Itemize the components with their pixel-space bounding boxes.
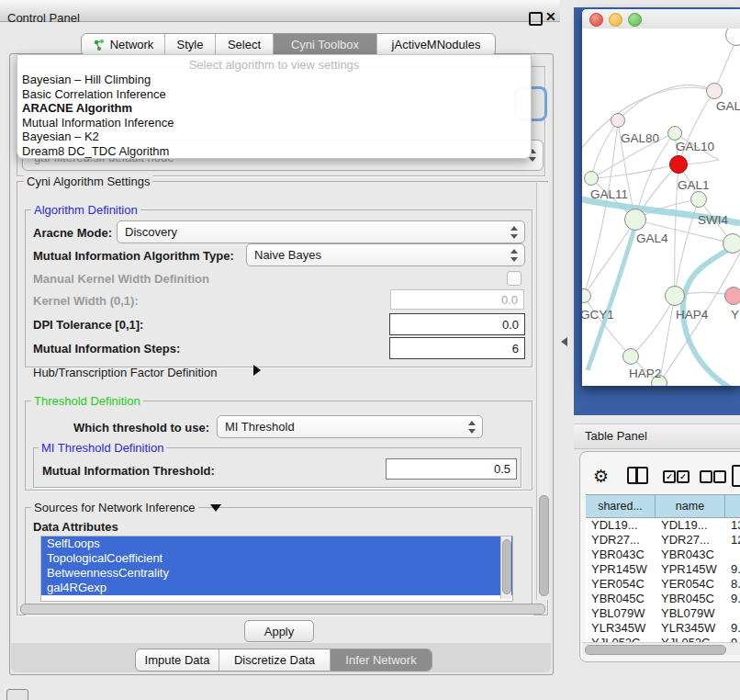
data-attribute-item[interactable]: SelfLoops: [41, 536, 512, 551]
float-window-icon[interactable]: [529, 12, 543, 26]
data-attributes-label: Data Attributes: [33, 520, 118, 534]
zoom-button[interactable]: [628, 13, 642, 27]
table-row[interactable]: YDR27...YDR27...12: [586, 533, 740, 548]
select-all-icon[interactable]: ✓: [677, 470, 690, 483]
close-panel-icon[interactable]: ✕: [545, 9, 556, 24]
stepper-icon: [468, 421, 476, 434]
network-node[interactable]: [611, 113, 625, 128]
algorithm-placeholder-option: Select algorithm to view settings: [17, 55, 531, 73]
tab-impute-data[interactable]: Impute Data: [136, 649, 219, 671]
tab-infer-network[interactable]: Infer Network: [330, 649, 432, 671]
list-scrollbar-thumb[interactable]: [502, 539, 511, 594]
algorithm-option[interactable]: Mutual Information Inference: [17, 116, 531, 130]
algorithm-option[interactable]: Bayesian – Hill Climbing: [17, 73, 531, 87]
network-node[interactable]: [624, 209, 646, 231]
table-cell: YDL19...: [656, 518, 725, 533]
aracne-mode-select[interactable]: Discovery: [117, 220, 525, 243]
algorithm-option[interactable]: Bayesian – K2: [17, 130, 531, 144]
table-row[interactable]: YBR045CYBR045C9.: [586, 592, 740, 606]
bottom-tabs: Impute Data Discretize Data Infer Networ…: [135, 649, 432, 672]
node-label: GAL10: [676, 140, 714, 153]
mi-algorithm-type-select[interactable]: Naive Bayes: [246, 243, 525, 266]
node-label: HAP4: [676, 308, 708, 322]
network-window-titlebar[interactable]: [582, 9, 740, 29]
network-node[interactable]: [723, 233, 740, 254]
settings-hscrollbar[interactable]: [18, 602, 549, 615]
which-threshold-select[interactable]: MI Threshold: [217, 415, 483, 438]
tab-style[interactable]: Style: [164, 34, 215, 55]
data-attribute-item[interactable]: gal4RGexp: [41, 581, 512, 595]
list-scrollbar[interactable]: [500, 536, 511, 599]
table-row[interactable]: YDL19...YDL19...13: [586, 518, 740, 533]
network-node[interactable]: [706, 83, 723, 99]
settings-group-title: Cyni Algorithm Settings: [24, 175, 152, 188]
table-row[interactable]: YER054CYER054C8.: [586, 577, 740, 592]
split-columns-icon[interactable]: [627, 467, 648, 484]
tab-select[interactable]: Select: [215, 34, 273, 55]
table-cell: YBR043C: [586, 548, 656, 562]
column-header[interactable]: name: [656, 494, 725, 518]
minimized-panel-button[interactable]: [6, 689, 28, 700]
data-attribute-item[interactable]: TopologicalCoefficient: [41, 551, 512, 566]
kernel-width-field[interactable]: 0.0: [390, 289, 524, 310]
manual-kernel-checkbox[interactable]: [507, 271, 521, 286]
table-cell: YER054C: [656, 577, 725, 592]
table-cell: YDR27...: [656, 533, 725, 548]
deselect-all-icon[interactable]: [700, 470, 712, 483]
data-attribute-item[interactable]: BetweennessCentrality: [41, 566, 512, 581]
mi-threshold-field[interactable]: 0.5: [386, 458, 517, 480]
expand-right-icon[interactable]: [253, 365, 261, 376]
minimize-button[interactable]: [609, 13, 622, 27]
table-row[interactable]: YBR043CYBR043C: [586, 548, 740, 562]
table-row[interactable]: YLR345WYLR345W9.: [586, 621, 740, 636]
table-row[interactable]: YJL052CYJL052C9: [586, 636, 740, 642]
aracne-mode-label: Aracne Mode:: [33, 226, 112, 240]
network-node[interactable]: [584, 171, 599, 186]
network-node[interactable]: [622, 348, 639, 365]
column-header[interactable]: shared...: [586, 494, 656, 518]
network-node[interactable]: [669, 155, 688, 174]
stepper-icon: [510, 226, 518, 239]
aracne-mode-value: Discovery: [125, 225, 177, 239]
select-all-icon[interactable]: ✓: [663, 470, 676, 483]
tab-cyni-toolbox[interactable]: Cyni Toolbox: [273, 34, 376, 55]
node-label: GCY1: [582, 308, 614, 322]
splitter-collapse-icon[interactable]: [561, 337, 567, 346]
deselect-all-icon[interactable]: [713, 470, 726, 483]
network-node[interactable]: [665, 286, 685, 306]
table-row[interactable]: YPR145WYPR145W9.: [586, 562, 740, 577]
algorithm-option[interactable]: ARACNE Algorithm: [17, 101, 531, 116]
table-hscrollbar[interactable]: [582, 642, 740, 655]
algorithm-option[interactable]: Dream8 DC_TDC Algorithm: [17, 144, 531, 159]
node-label: GAL80: [621, 131, 659, 145]
network-node[interactable]: [724, 287, 740, 305]
table-cell: YDR27...: [586, 533, 656, 548]
network-node[interactable]: [690, 191, 707, 208]
settings-vscrollbar[interactable]: [536, 183, 549, 600]
column-header[interactable]: A: [725, 494, 740, 518]
data-attributes-list[interactable]: SelfLoopsTopologicalCoefficientBetweenne…: [40, 536, 513, 602]
network-node[interactable]: [667, 126, 682, 141]
gear-icon[interactable]: ⚙: [593, 466, 609, 487]
settings-vscrollbar-thumb[interactable]: [539, 495, 549, 596]
table-cell: YPR145W: [586, 562, 656, 577]
settings-hscrollbar-thumb[interactable]: [20, 604, 545, 615]
node-label: GAL: [716, 99, 740, 113]
mi-steps-field[interactable]: 6: [389, 337, 525, 359]
tab-jactivemnodules[interactable]: jActiveMNodules: [376, 34, 495, 55]
tab-network[interactable]: Network: [82, 34, 164, 55]
collapse-down-icon[interactable]: [210, 504, 221, 512]
table-hscrollbar-thumb[interactable]: [585, 645, 726, 655]
stepper-icon: [510, 249, 518, 262]
tab-discretize-data[interactable]: Discretize Data: [219, 649, 330, 671]
table-cell: YPR145W: [656, 562, 725, 577]
network-canvas[interactable]: GALGAL80GAL10GAL1GAL11SWI4GAL4GCY1HAP4YH…: [582, 28, 740, 386]
apply-button[interactable]: Apply: [244, 620, 314, 642]
file-icon[interactable]: [732, 465, 740, 487]
table-row[interactable]: YBL079WYBL079W: [586, 606, 740, 621]
hub-definition-expander-label[interactable]: Hub/Transcription Factor Definition: [33, 366, 217, 379]
dpi-tolerance-field[interactable]: 0.0: [389, 313, 525, 335]
sources-title[interactable]: Sources for Network Inference: [31, 501, 198, 514]
close-button[interactable]: [589, 13, 603, 27]
algorithm-option[interactable]: Basic Correlation Inference: [17, 87, 531, 102]
